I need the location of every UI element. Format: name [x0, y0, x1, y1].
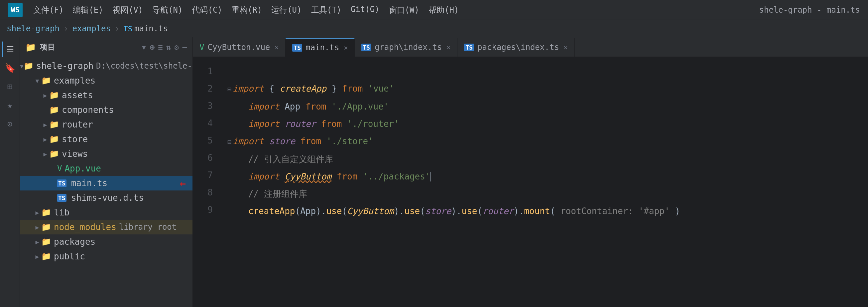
menu-run[interactable]: 运行(U) — [271, 5, 302, 15]
tree-label-views: views — [62, 149, 88, 159]
tree-item-views[interactable]: ▶ 📁 views — [20, 146, 192, 161]
tree-item-main-ts[interactable]: ▶ TS main.ts ← — [20, 176, 192, 191]
menu-window[interactable]: 窗口(W) — [389, 5, 419, 15]
activity-structure[interactable]: ⊞ — [2, 79, 18, 94]
tree-label-node-modules: node_modules — [54, 222, 116, 232]
tree-label-shims: shims-vue.d.ts — [71, 193, 144, 203]
file-tree: ▼ 📁 shele-graph D:\codes\test\shele-grap… — [20, 57, 192, 307]
tree-label-main-ts: main.ts — [71, 178, 108, 188]
ts-icon-shims: TS — [57, 194, 66, 202]
tab-label-cyybutton: CyyButton.vue — [208, 43, 270, 52]
tab-close-maints[interactable]: ✕ — [344, 44, 348, 52]
titlebar: WS 文件(F) 编辑(E) 视图(V) 导航(N) 代码(C) 重构(R) 运… — [0, 0, 868, 20]
window-title: shele-graph - main.ts — [759, 5, 860, 15]
ts-icon-main: TS — [57, 179, 66, 187]
folder-icon-components: 📁 — [49, 105, 59, 115]
activity-bar: ☰ 🔖 ⊞ ★ ⊙ — [0, 37, 20, 307]
menu-code[interactable]: 代码(C) — [192, 5, 222, 15]
tab-graphindex[interactable]: TS graph\index.ts ✕ — [355, 38, 458, 57]
tree-label-store: store — [62, 134, 88, 144]
activity-explorer[interactable]: ☰ — [2, 41, 18, 57]
red-arrow-indicator: ← — [180, 177, 186, 189]
tab-icon-maints: TS — [292, 44, 302, 52]
breadcrumb-sep-1: › — [63, 24, 68, 33]
editor-area: V CyyButton.vue ✕ TS main.ts ✕ TS graph\… — [193, 37, 868, 307]
tab-close-packagesindex[interactable]: ✕ — [564, 43, 568, 51]
folder-icon-assets: 📁 — [49, 90, 59, 100]
tree-label-examples: examples — [54, 76, 95, 86]
tab-maints[interactable]: TS main.ts ✕ — [285, 38, 355, 57]
tab-packagesindex[interactable]: TS packages\index.ts ✕ — [458, 38, 575, 57]
arrow-lib: ▶ — [33, 209, 41, 216]
arrow-router: ▶ — [41, 121, 49, 128]
menu-git[interactable]: Git(G) — [351, 5, 380, 15]
menu-navigate[interactable]: 导航(N) — [152, 5, 183, 15]
menu-tools[interactable]: 工具(T) — [311, 5, 341, 15]
breadcrumb-sep-2: › — [115, 24, 119, 33]
tree-item-packages[interactable]: ▶ 📁 packages — [20, 234, 192, 249]
tree-item-node-modules[interactable]: ▶ 📁 node_modules library root — [20, 220, 192, 234]
toolbar-settings[interactable]: ⚙ — [174, 43, 179, 52]
breadcrumb-examples[interactable]: examples — [72, 24, 111, 33]
tree-label-components: components — [62, 105, 114, 115]
tree-item-lib[interactable]: ▶ 📁 lib — [20, 205, 192, 220]
activity-bookmarks[interactable]: 🔖 — [2, 60, 18, 76]
activity-favorites[interactable]: ★ — [2, 97, 18, 113]
folder-icon-root: 📁 — [24, 61, 34, 71]
tree-label-packages: packages — [54, 237, 95, 247]
tree-label-app-vue: App.vue — [64, 164, 101, 173]
breadcrumb-file[interactable]: TSmain.ts — [123, 24, 168, 33]
tree-item-shims[interactable]: ▶ TS shims-vue.d.ts — [20, 191, 192, 205]
tab-close-cyybutton[interactable]: ✕ — [275, 43, 279, 51]
arrow-root: ▼ — [20, 63, 24, 69]
tree-item-app-vue[interactable]: ▶ V App.vue — [20, 161, 192, 176]
tree-item-assets[interactable]: ▶ 📁 assets — [20, 88, 192, 103]
arrow-views: ▶ — [41, 150, 49, 158]
toolbar-expand[interactable]: ≡ — [158, 43, 162, 52]
tree-item-root[interactable]: ▼ 📁 shele-graph D:\codes\test\shele-grap… — [20, 59, 192, 73]
toolbar-new-folder[interactable]: ⊕ — [150, 43, 155, 52]
main-layout: ☰ 🔖 ⊞ ★ ⊙ 📁 项目 ▼ ⊕ ≡ ⇅ ⚙ — ▼ 📁 shele — [0, 37, 868, 307]
tree-item-public[interactable]: ▶ 📁 public — [20, 249, 192, 264]
line-numbers: 1 2 3 4 5 6 7 8 9 — [193, 57, 219, 307]
tab-label-graphindex: graph\index.ts — [375, 43, 442, 52]
folder-icon-node-modules: 📁 — [41, 222, 51, 232]
folder-icon-store: 📁 — [49, 135, 59, 144]
menu-bar: 文件(F) 编辑(E) 视图(V) 导航(N) 代码(C) 重构(R) 运行(U… — [33, 5, 459, 15]
code-area: 1 2 3 4 5 6 7 8 9 ⊟import { createApp } … — [193, 57, 868, 307]
tree-label-root: shele-graph — [36, 61, 93, 71]
activity-source-control[interactable]: ⊙ — [2, 116, 18, 132]
toolbar-collapse[interactable]: ⇅ — [166, 43, 171, 52]
menu-edit[interactable]: 编辑(E) — [73, 5, 103, 15]
tab-icon-graphindex: TS — [361, 44, 371, 51]
folder-icon-lib: 📁 — [41, 208, 51, 217]
tab-label-packagesindex: packages\index.ts — [477, 43, 559, 52]
tree-item-router[interactable]: ▶ 📁 router — [20, 117, 192, 132]
arrow-node-modules: ▶ — [33, 224, 41, 231]
tree-item-components[interactable]: ▶ 📁 components — [20, 103, 192, 117]
menu-file[interactable]: 文件(F) — [33, 5, 63, 15]
arrow-store: ▶ — [41, 136, 49, 143]
tree-label-node-modules-sub: library root — [119, 222, 177, 232]
toolbar-close[interactable]: — — [183, 43, 187, 52]
tab-label-maints: main.ts — [306, 43, 339, 52]
breadcrumb-root[interactable]: shele-graph — [7, 24, 60, 33]
code-editor[interactable]: ⊟import { createApp } from 'vue' import … — [219, 57, 868, 307]
tree-item-store[interactable]: ▶ 📁 store — [20, 132, 192, 146]
sidebar-header: 📁 项目 ▼ ⊕ ≡ ⇅ ⚙ — — [20, 37, 192, 57]
folder-icon-packages: 📁 — [41, 237, 51, 246]
arrow-public: ▶ — [33, 253, 41, 260]
tree-label-root-path: D:\codes\test\shele-graph — [96, 61, 192, 71]
sidebar: 📁 项目 ▼ ⊕ ≡ ⇅ ⚙ — ▼ 📁 shele-graph D:\code… — [20, 37, 193, 307]
folder-icon-examples: 📁 — [41, 76, 51, 85]
menu-help[interactable]: 帮助(H) — [429, 5, 459, 15]
tab-bar: V CyyButton.vue ✕ TS main.ts ✕ TS graph\… — [193, 37, 868, 57]
menu-view[interactable]: 视图(V) — [113, 5, 143, 15]
folder-icon-router: 📁 — [49, 120, 59, 129]
tree-label-lib: lib — [54, 207, 69, 218]
tab-close-graphindex[interactable]: ✕ — [446, 43, 451, 51]
tree-item-examples[interactable]: ▼ 📁 examples — [20, 73, 192, 88]
tab-cyybuttonvue[interactable]: V CyyButton.vue ✕ — [193, 38, 285, 57]
sidebar-title: 项目 — [40, 42, 138, 52]
menu-refactor[interactable]: 重构(R) — [232, 5, 262, 15]
